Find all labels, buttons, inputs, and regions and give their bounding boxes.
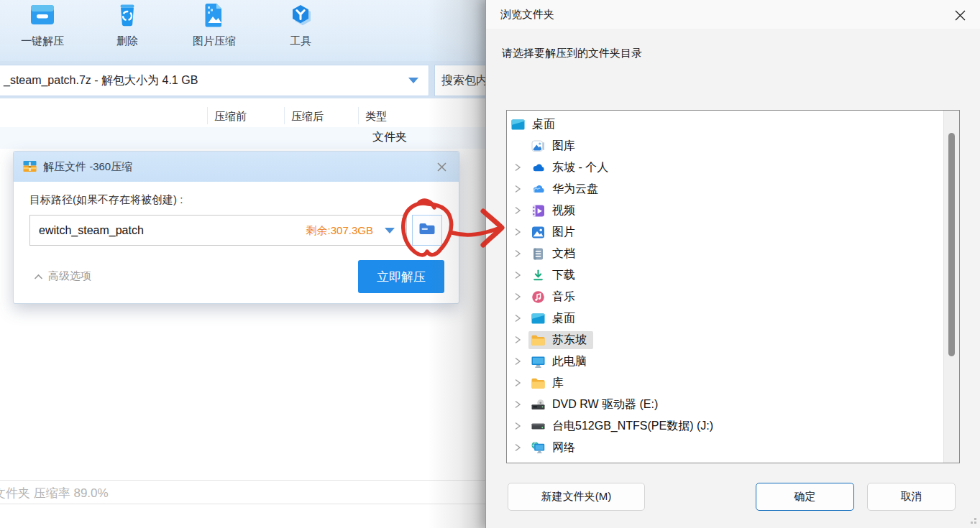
tree-item[interactable]: 图片 <box>507 221 942 243</box>
tree-item[interactable]: 下载 <box>507 264 942 286</box>
tree-item-label: DVD RW 驱动器 (E:) <box>552 397 658 412</box>
tree-item[interactable]: 桌面 <box>507 114 942 135</box>
gallery-icon <box>531 139 546 154</box>
browse-folder-dialog: 浏览文件夹 请选择要解压到的文件夹目录 桌面图库东坡 - 个人华为云盘视频图片文… <box>485 0 980 528</box>
toolbar-button-label: 图片压缩 <box>186 34 243 48</box>
chevron-right-icon[interactable] <box>513 378 522 388</box>
tree-item-content[interactable]: 库 <box>528 374 570 392</box>
tree-item[interactable]: 苏东坡 <box>507 329 942 351</box>
tree-item[interactable]: 东坡 - 个人 <box>507 157 942 178</box>
tree-item[interactable]: 桌面 <box>507 307 942 329</box>
tree-item[interactable]: 华为云盘 <box>507 178 942 200</box>
tree-item-label: 文档 <box>552 246 575 261</box>
tree-item-content[interactable]: 东坡 - 个人 <box>528 159 615 177</box>
toolbar-button-label: 一键解压 <box>14 34 70 48</box>
chevron-right-icon[interactable] <box>513 270 522 280</box>
onedrive-icon <box>531 160 546 175</box>
tree-item-content[interactable]: 苏东坡 <box>528 331 593 349</box>
tree-item-content[interactable]: 台电512GB_NTFS(PE数据) (J:) <box>528 417 720 435</box>
huawei-cloud-icon <box>531 182 546 197</box>
tree-item-content[interactable]: 图片 <box>528 223 582 241</box>
chevron-right-icon[interactable] <box>513 399 522 409</box>
browse-dialog-titlebar[interactable]: 浏览文件夹 <box>486 0 980 29</box>
network-icon <box>531 440 546 455</box>
target-path-input[interactable]: ewitch_steam_patch 剩余:307.3GB <box>29 215 407 246</box>
folder-icon <box>531 333 546 348</box>
tree-item[interactable]: 图库 <box>507 135 942 157</box>
extract-dialog-title: 解压文件 -360压缩 <box>43 152 132 182</box>
tree-item-content[interactable]: 下载 <box>528 267 582 284</box>
ok-button[interactable]: 确定 <box>756 483 854 511</box>
tree-item-content[interactable]: 桌面 <box>508 116 562 134</box>
tree-item-content[interactable]: 网络 <box>528 439 582 457</box>
tree-item[interactable]: 音乐 <box>507 286 942 307</box>
chevron-down-icon[interactable] <box>385 228 395 233</box>
chevron-right-icon[interactable] <box>513 443 522 453</box>
tree-item-label: 图片 <box>552 225 575 240</box>
tree-item[interactable]: 库 <box>507 372 942 394</box>
file-row[interactable]: 文件夹 <box>0 127 485 149</box>
chevron-right-icon[interactable] <box>513 249 522 259</box>
scrollbar-thumb[interactable] <box>948 133 955 356</box>
tree-item-content[interactable]: 音乐 <box>528 288 582 306</box>
tree-item-content[interactable]: 文档 <box>528 245 582 263</box>
chevron-right-icon[interactable] <box>513 313 522 323</box>
close-icon[interactable] <box>951 6 969 24</box>
column-separator <box>358 107 359 124</box>
toolbar-button-2[interactable]: 删除 <box>104 0 150 57</box>
tree-item[interactable]: DVD RW 驱动器 (E:) <box>507 394 942 415</box>
downloads-icon <box>531 268 546 283</box>
tree-item-content[interactable]: 图库 <box>528 137 582 155</box>
extract-dialog-titlebar[interactable]: 解压文件 -360压缩 <box>14 152 459 182</box>
chevron-right-icon[interactable] <box>513 205 522 216</box>
new-folder-button[interactable]: 新建文件夹(M) <box>508 483 645 511</box>
free-space-text: 剩余:307.3GB <box>306 216 373 245</box>
close-icon[interactable] <box>433 158 450 175</box>
cancel-button[interactable]: 取消 <box>867 483 956 511</box>
column-header-type[interactable]: 类型 <box>365 110 387 124</box>
tree-item-label: 苏东坡 <box>552 333 587 348</box>
tree-item-label: 库 <box>552 376 564 391</box>
column-header-before[interactable]: 压缩前 <box>214 110 247 124</box>
resize-grip-icon[interactable] <box>968 515 976 524</box>
chevron-down-icon[interactable] <box>408 78 418 83</box>
tree-item[interactable]: 台电512GB_NTFS(PE数据) (J:) <box>507 415 942 437</box>
folder-icon <box>531 376 546 391</box>
tree-item-content[interactable]: 视频 <box>528 202 582 220</box>
browse-folder-button[interactable] <box>412 215 442 246</box>
chevron-right-icon[interactable] <box>513 227 522 237</box>
search-input[interactable]: 搜索包内 <box>434 65 493 96</box>
pictures-icon <box>531 225 546 240</box>
chevron-right-icon[interactable] <box>513 356 522 366</box>
tree-item-label: 音乐 <box>552 290 575 305</box>
toolbar-button-3[interactable]: 图片压缩 <box>186 0 243 57</box>
tree-item-content[interactable]: 桌面 <box>528 310 582 328</box>
archive-name-box[interactable]: _steam_patch.7z - 解包大小为 4.1 GB <box>0 65 429 96</box>
archive-path-bar: _steam_patch.7z - 解包大小为 4.1 GB 搜索包内 <box>0 61 485 98</box>
delete-icon <box>113 1 142 29</box>
scrollbar-track[interactable] <box>943 111 959 463</box>
tree-item[interactable]: 文档 <box>507 243 942 264</box>
toolbar-button-1[interactable]: 一键解压 <box>14 0 70 57</box>
tree-item[interactable]: 网络 <box>507 437 942 458</box>
chevron-right-icon[interactable] <box>513 335 522 345</box>
folder-icon <box>418 222 436 238</box>
toolbar-button-4[interactable]: 工具 <box>278 0 324 57</box>
tree-item[interactable]: 视频 <box>507 200 942 221</box>
tree-item-content[interactable]: DVD RW 驱动器 (E:) <box>528 396 664 414</box>
advanced-options-label: 高级选项 <box>48 269 91 283</box>
status-text: 文件夹 压缩率 89.0% <box>0 485 109 501</box>
column-header-after[interactable]: 压缩后 <box>291 110 324 124</box>
advanced-options-toggle[interactable]: 高级选项 <box>34 269 91 283</box>
browse-dialog-title: 浏览文件夹 <box>500 0 554 29</box>
tree-item[interactable]: 此电脑 <box>507 351 942 372</box>
browse-instruction-text: 请选择要解压到的文件夹目录 <box>502 47 642 60</box>
chevron-right-icon[interactable] <box>513 292 522 302</box>
tree-item-label: 图库 <box>552 139 575 154</box>
tree-item-content[interactable]: 此电脑 <box>528 353 593 371</box>
tree-item-content[interactable]: 华为云盘 <box>528 180 605 198</box>
chevron-right-icon[interactable] <box>513 184 522 194</box>
chevron-right-icon[interactable] <box>513 162 522 172</box>
extract-now-button[interactable]: 立即解压 <box>358 260 444 293</box>
chevron-right-icon[interactable] <box>513 421 522 431</box>
